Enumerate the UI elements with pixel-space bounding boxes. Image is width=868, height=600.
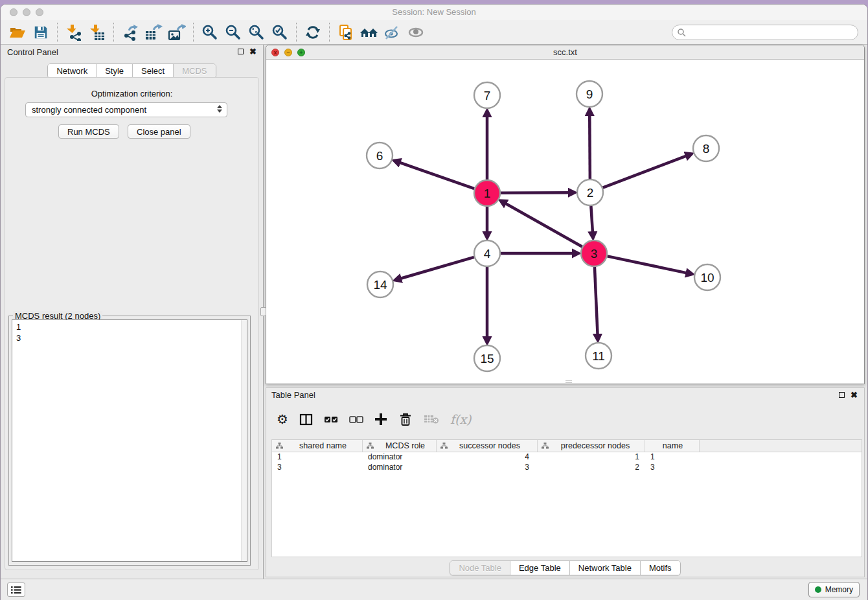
run-mcds-button[interactable]: Run MCDS [58, 124, 119, 139]
table-header-row: shared name MCDS role successor nodes pr… [272, 440, 862, 452]
search-input[interactable] [686, 26, 858, 39]
memory-status-icon [815, 586, 821, 593]
cell-successor-nodes: 3 [437, 463, 538, 473]
edge-4-14[interactable] [396, 257, 474, 280]
float-panel-icon[interactable] [238, 49, 244, 54]
memory-label: Memory [825, 585, 853, 594]
delete-table-icon [424, 413, 439, 425]
node-label-7: 7 [484, 89, 491, 102]
first-neighbors-icon[interactable] [360, 23, 379, 42]
delete-icon[interactable] [398, 412, 413, 426]
cell-predecessor-nodes: 2 [538, 463, 645, 473]
hide-selected-icon[interactable] [383, 23, 402, 42]
tab-node-table[interactable]: Node Table [450, 561, 510, 575]
select-all-checkboxes-icon[interactable] [324, 413, 338, 426]
table-row[interactable]: 3 dominator 3 2 3 [272, 463, 862, 473]
tab-network-table[interactable]: Network Table [570, 561, 641, 575]
float-table-panel-icon[interactable] [839, 392, 845, 398]
cell-mcds-role: dominator [363, 463, 437, 473]
node-table[interactable]: shared name MCDS role successor nodes pr… [271, 439, 862, 557]
mcds-result-list[interactable]: 1 3 [12, 319, 247, 562]
columns-icon[interactable] [299, 413, 313, 426]
export-table-icon[interactable] [144, 23, 163, 42]
tab-edge-table[interactable]: Edge Table [510, 561, 570, 575]
node-label-3: 3 [591, 247, 598, 260]
node-label-6: 6 [376, 149, 383, 163]
export-network-icon[interactable] [120, 23, 140, 42]
cell-mcds-role: dominator [363, 452, 437, 463]
cell-successor-nodes: 4 [437, 452, 538, 463]
close-panel-button[interactable]: Close panel [128, 124, 190, 139]
hierarchy-icon [440, 443, 448, 449]
edge-1-2[interactable] [501, 192, 574, 193]
close-table-panel-icon[interactable]: ✖ [851, 391, 858, 398]
cell-predecessor-nodes: 1 [538, 452, 645, 463]
toolbar-separator [57, 23, 58, 42]
column-header-successor-nodes[interactable]: successor nodes [437, 440, 538, 452]
column-header-name[interactable]: name [645, 440, 700, 452]
close-panel-icon[interactable]: ✖ [249, 48, 257, 55]
export-image-icon[interactable] [167, 23, 187, 42]
import-network-icon[interactable] [64, 23, 84, 42]
zoom-out-icon[interactable] [223, 23, 243, 42]
window-title: Session: New Session [1, 7, 867, 17]
tab-select[interactable]: Select [133, 64, 174, 78]
panel-splitter-handle[interactable] [260, 307, 266, 316]
tab-style[interactable]: Style [97, 64, 133, 78]
edge-2-3[interactable] [591, 206, 593, 237]
zoom-in-icon[interactable] [200, 23, 220, 42]
network-view-window: x − + scc.txt 1234678910111415 [266, 45, 865, 384]
column-header-predecessor-nodes[interactable]: predecessor nodes [538, 440, 645, 452]
refresh-icon[interactable] [303, 23, 323, 42]
table-panel-title: Table Panel [271, 390, 315, 400]
graph-svg: 1234678910111415 [266, 60, 864, 384]
column-header-mcds-role[interactable]: MCDS role [363, 440, 437, 452]
memory-button[interactable]: Memory [808, 582, 860, 597]
deselect-all-checkboxes-icon[interactable] [349, 413, 363, 426]
mcds-result-item: 3 [16, 332, 243, 343]
show-all-icon[interactable] [406, 23, 426, 42]
toolbar-separator [329, 23, 330, 42]
edge-3-10[interactable] [608, 256, 692, 273]
edge-3-11[interactable] [595, 267, 598, 340]
result-scrollbar-track[interactable] [241, 320, 247, 561]
hierarchy-icon [276, 443, 283, 449]
node-label-1: 1 [484, 187, 491, 200]
optimization-criterion-value: strongly connected component [32, 105, 146, 115]
duplicate-network-icon[interactable] [336, 23, 356, 42]
import-table-icon[interactable] [87, 23, 107, 42]
optimization-criterion-select[interactable]: strongly connected component [25, 102, 227, 117]
edge-2-8[interactable] [603, 154, 691, 188]
settings-gear-icon[interactable]: ⚙ [277, 411, 288, 427]
edge-2-9[interactable] [589, 110, 590, 179]
cell-name: 1 [645, 452, 700, 463]
edge-3-1[interactable] [501, 201, 582, 246]
control-panel-title: Control Panel [7, 47, 58, 57]
add-column-icon[interactable] [374, 413, 387, 426]
toolbar-separator [193, 23, 194, 42]
hierarchy-icon [542, 443, 549, 449]
tab-motifs[interactable]: Motifs [641, 561, 680, 575]
task-history-button[interactable] [7, 583, 25, 597]
fit-content-icon[interactable] [247, 23, 266, 42]
control-panel-tab-bar: Network Style Select MCDS [47, 63, 216, 78]
tab-mcds[interactable]: MCDS [174, 64, 215, 78]
status-bar: Memory [1, 579, 867, 600]
tab-network[interactable]: Network [48, 64, 97, 78]
save-session-icon[interactable] [31, 23, 51, 42]
edge-1-6[interactable] [395, 161, 475, 189]
node-label-15: 15 [480, 352, 494, 365]
open-file-icon[interactable] [8, 23, 27, 42]
table-row[interactable]: 1 dominator 4 1 1 [272, 452, 862, 463]
node-label-2: 2 [587, 186, 594, 200]
canvas-resize-grip[interactable] [565, 380, 572, 383]
toolbar-separator [113, 23, 114, 42]
column-header-shared-name[interactable]: shared name [272, 440, 363, 452]
cell-shared-name: 1 [272, 452, 363, 463]
node-label-10: 10 [700, 271, 714, 284]
node-label-9: 9 [586, 87, 593, 101]
network-window-titlebar[interactable]: x − + scc.txt [266, 45, 864, 60]
zoom-selected-icon[interactable] [270, 23, 290, 42]
search-box [672, 25, 858, 40]
network-canvas[interactable]: 1234678910111415 [266, 60, 864, 384]
